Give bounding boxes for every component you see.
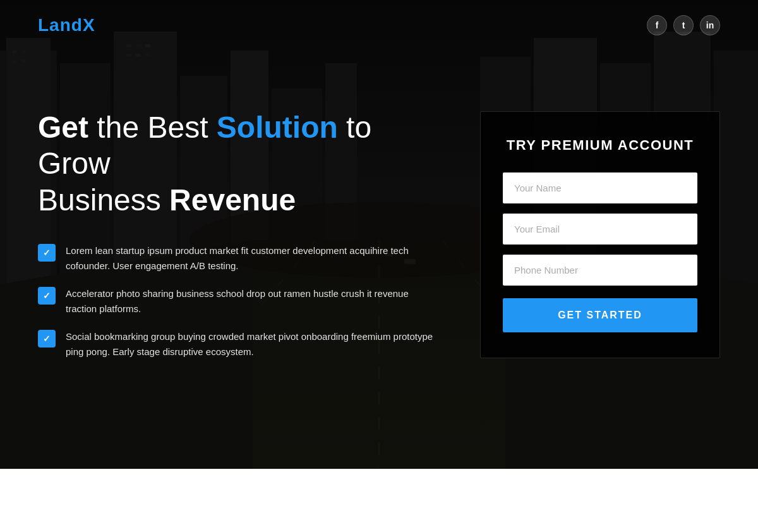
check-icon-2 xyxy=(38,287,56,305)
form-title: TRY PREMIUM ACCOUNT xyxy=(503,137,697,154)
checklist-text-3: Social bookmarking group buying crowded … xyxy=(66,329,442,360)
hero-content: Get the Best Solution to GrowBusiness Re… xyxy=(0,0,758,469)
hero-left-column: Get the Best Solution to GrowBusiness Re… xyxy=(38,109,442,360)
hero-section: LandX f t in Get the Best Solution to Gr… xyxy=(0,0,758,469)
list-item: Social bookmarking group buying crowded … xyxy=(38,329,442,360)
get-started-button[interactable]: GET STARTED xyxy=(503,298,697,332)
bottom-section xyxy=(0,469,758,532)
facebook-icon[interactable]: f xyxy=(647,15,667,35)
name-input[interactable] xyxy=(503,172,697,203)
feature-checklist: Lorem lean startup ipsum product market … xyxy=(38,243,442,360)
check-icon-1 xyxy=(38,244,56,262)
twitter-icon[interactable]: t xyxy=(673,15,694,35)
logo-text-accent: X xyxy=(83,15,95,35)
hero-title-revenue: Revenue xyxy=(169,183,296,217)
hero-title: Get the Best Solution to GrowBusiness Re… xyxy=(38,109,442,219)
phone-input[interactable] xyxy=(503,255,697,286)
list-item: Lorem lean startup ipsum product market … xyxy=(38,243,442,274)
header: LandX f t in xyxy=(0,0,758,51)
email-input[interactable] xyxy=(503,214,697,245)
checklist-text-2: Accelerator photo sharing business schoo… xyxy=(66,286,442,317)
logo: LandX xyxy=(38,15,95,35)
social-icons-group: f t in xyxy=(647,15,720,35)
list-item: Accelerator photo sharing business schoo… xyxy=(38,286,442,317)
signup-form-card: TRY PREMIUM ACCOUNT GET STARTED xyxy=(480,111,720,358)
hero-title-get: Get xyxy=(38,111,88,144)
hero-title-part2: the Best xyxy=(97,111,216,144)
check-icon-3 xyxy=(38,330,56,348)
hero-title-solution: Solution xyxy=(217,111,338,144)
logo-text-main: Land xyxy=(38,15,83,35)
checklist-text-1: Lorem lean startup ipsum product market … xyxy=(66,243,442,274)
linkedin-icon[interactable]: in xyxy=(700,15,720,35)
hero-right-column: TRY PREMIUM ACCOUNT GET STARTED xyxy=(480,111,720,358)
